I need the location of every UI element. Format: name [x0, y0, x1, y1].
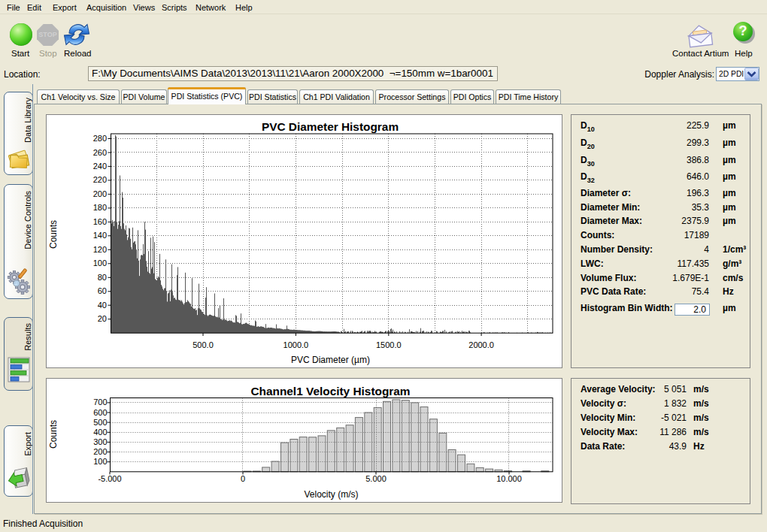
svg-text:1500.0: 1500.0 [376, 340, 402, 349]
svg-text:280: 280 [93, 134, 107, 143]
svg-text:260: 260 [93, 148, 107, 157]
svg-text:300: 300 [93, 437, 107, 446]
svg-text:40: 40 [98, 301, 107, 310]
svg-text:0: 0 [241, 474, 245, 483]
svg-text:2000.0: 2000.0 [468, 340, 494, 349]
svg-text:120: 120 [93, 245, 107, 254]
svg-text:5.000: 5.000 [365, 474, 387, 483]
svg-text:PVC Diameter Histogram: PVC Diameter Histogram [262, 120, 399, 133]
svg-text:180: 180 [93, 203, 107, 212]
svg-text:700: 700 [93, 397, 107, 407]
svg-text:600: 600 [93, 408, 107, 417]
svg-text:80: 80 [98, 273, 107, 282]
svg-text:100: 100 [93, 258, 107, 268]
svg-text:160: 160 [93, 217, 107, 226]
svg-text:Velocity (m/s): Velocity (m/s) [304, 489, 358, 500]
svg-text:100: 100 [93, 457, 107, 466]
svg-text:140: 140 [93, 231, 107, 240]
svg-text:Counts: Counts [48, 420, 59, 449]
svg-text:240: 240 [93, 162, 107, 171]
svg-text:60: 60 [98, 286, 107, 295]
svg-text:220: 220 [93, 175, 107, 184]
svg-text:500: 500 [93, 418, 107, 427]
svg-text:-5.000: -5.000 [98, 474, 121, 483]
svg-text:200: 200 [93, 447, 107, 456]
svg-text:Counts: Counts [48, 220, 59, 249]
svg-text:Channel1 Velocity Histogram: Channel1 Velocity Histogram [250, 385, 410, 397]
svg-text:1000.0: 1000.0 [283, 340, 309, 349]
svg-text:400: 400 [93, 428, 107, 437]
svg-text:200: 200 [93, 189, 107, 198]
svg-text:500.0: 500.0 [193, 340, 214, 349]
svg-text:10.000: 10.000 [496, 474, 522, 483]
svg-text:PVC Diameter (µm): PVC Diameter (µm) [291, 355, 370, 365]
svg-text:20: 20 [98, 314, 107, 323]
